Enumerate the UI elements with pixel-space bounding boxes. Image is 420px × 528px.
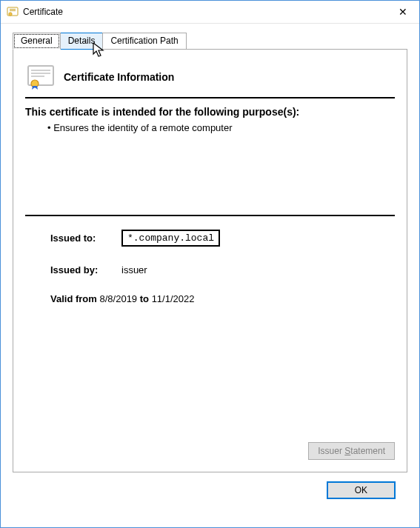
issued-to-value: *.company.local: [121, 230, 220, 247]
issuer-statement-text-pre: Issuer: [318, 446, 344, 456]
issued-to-row: Issued to: *.company.local: [50, 230, 395, 247]
issuer-statement-button[interactable]: Issuer Statement: [308, 442, 395, 460]
svg-point-1: [9, 13, 12, 16]
tab-panel-general: Certificate Information This certificate…: [13, 49, 407, 472]
svg-rect-5: [31, 70, 50, 71]
issued-by-row: Issued by: issuer: [50, 264, 395, 275]
ok-button[interactable]: OK: [327, 481, 396, 499]
issued-to-label: Issued to:: [50, 233, 117, 244]
issued-by-label: Issued by:: [50, 264, 117, 275]
validity-row: Valid from 8/8/2019 to 11/1/2022: [50, 293, 395, 304]
titlebar: Certificate ✕: [1, 1, 419, 24]
certificate-icon: [27, 64, 56, 90]
valid-from-value: 8/8/2019: [99, 293, 137, 304]
tab-certification-path[interactable]: Certification Path: [102, 33, 186, 50]
certificate-app-icon: [7, 6, 19, 18]
svg-rect-6: [31, 73, 50, 74]
close-button[interactable]: ✕: [386, 1, 419, 24]
purpose-list: Ensures the identity of a remote compute…: [47, 122, 395, 133]
purpose-label: This certificate is intended for the fol…: [25, 106, 395, 118]
tab-strip: General Details Certification Path: [13, 33, 407, 50]
window-title: Certificate: [23, 7, 63, 17]
certificate-information-heading: Certificate Information: [64, 71, 174, 83]
close-icon: ✕: [399, 6, 407, 18]
svg-rect-7: [31, 76, 44, 77]
valid-to-value: 11/1/2022: [152, 293, 195, 304]
issuer-statement-text-post: tatement: [350, 446, 385, 456]
tab-general[interactable]: General: [13, 33, 61, 50]
issued-by-value: issuer: [121, 264, 147, 275]
valid-from-label: Valid from: [50, 293, 97, 304]
valid-to-label: to: [140, 293, 149, 304]
tab-details[interactable]: Details: [60, 33, 104, 50]
svg-rect-3: [10, 10, 16, 11]
svg-rect-2: [10, 9, 16, 10]
purpose-item: Ensures the identity of a remote compute…: [47, 122, 395, 133]
